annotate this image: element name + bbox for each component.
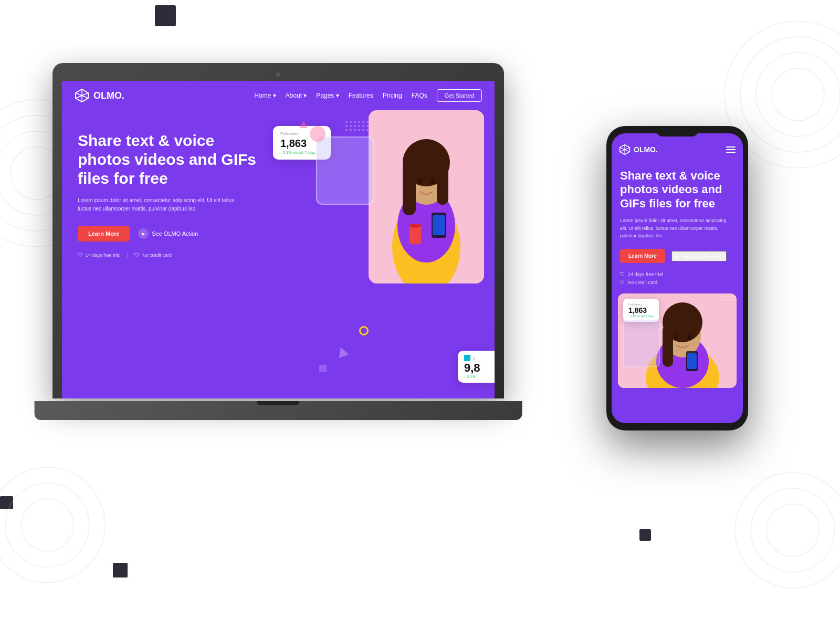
badge-free-trial: 🛡 14 days free trial [78, 252, 121, 258]
svg-point-5 [756, 52, 840, 136]
decor-rect-1 [155, 5, 176, 26]
svg-rect-44 [687, 353, 697, 369]
nav-link-pricing[interactable]: Pricing [383, 92, 402, 99]
phone-purple-overlay [623, 320, 660, 367]
phone-badge-credit: 🛡 No credit card [620, 280, 734, 285]
phone-hero-description: Lorem ipsum dolor sit amet, consectetur … [620, 217, 734, 239]
phone-device: OLMO. Share text & voice photos videos a… [606, 126, 748, 430]
svg-rect-29 [410, 226, 421, 244]
dots-pattern [345, 121, 369, 131]
phone-hero-badges: 🛡 14 days free trial 🛡 No credit card [620, 271, 734, 285]
hamburger-menu[interactable] [726, 146, 736, 153]
laptop-hero-image-area: Followers 1,863 ↑ 2.1% on last 7 days C … [278, 110, 495, 398]
nav-get-started-button[interactable]: Get Started [437, 89, 482, 102]
svg-rect-24 [437, 163, 448, 205]
decor-rect-4 [113, 563, 128, 578]
svg-point-6 [740, 37, 840, 152]
laptop-hero-description: Lorem ipsum dolor sit amet, consectetur … [78, 196, 246, 213]
phone-shield-icon-2: 🛡 [620, 280, 625, 285]
phone-hero-buttons: Learn More ▶ See OLMO Action [620, 249, 734, 263]
play-icon: ▶ [138, 228, 149, 239]
laptop-navbar: OLMO. Home ▾ About ▾ Pages ▾ Features Pr… [62, 81, 495, 110]
stats-change: ↑ 2.1% [464, 375, 494, 379]
nav-link-about[interactable]: About ▾ [286, 92, 307, 99]
phone-followers-card: Followers 1,863 ↑ 2.1% on last 7 days [623, 299, 659, 322]
decor-rect-2 [0, 496, 13, 509]
phone-dots [721, 296, 736, 300]
svg-point-41 [674, 334, 678, 340]
svg-point-13 [0, 467, 105, 583]
svg-point-10 [735, 472, 840, 588]
phone-hero-section: Share text & voice photos videos and GIF… [612, 161, 743, 293]
circles-bottom-left [0, 462, 110, 588]
svg-rect-23 [403, 163, 416, 215]
laptop-learn-more-button[interactable]: Learn More [78, 226, 130, 242]
phone-hero-title: Share text & voice photos videos and GIF… [620, 169, 734, 211]
phone-image-area: Followers 1,863 ↑ 2.1% on last 7 days [612, 293, 743, 388]
triangle-shape [336, 345, 349, 358]
laptop-hero-section: Share text & voice photos videos and GIF… [62, 110, 495, 398]
laptop-hero-buttons: Learn More ▶ See OLMO Action [78, 226, 258, 242]
girl-figure-svg [369, 110, 484, 284]
badge-no-credit: 🛡 No credit card [134, 252, 172, 258]
svg-rect-40 [663, 325, 673, 367]
svg-point-42 [687, 334, 691, 340]
nav-link-features[interactable]: Features [349, 92, 373, 99]
stats-card: C 9,8 ↑ 2.1% [458, 351, 495, 383]
laptop-hero-text: Share text & voice photos videos and GIF… [78, 131, 258, 258]
phone-notch [656, 126, 698, 136]
laptop-screen: OLMO. Home ▾ About ▾ Pages ▾ Features Pr… [62, 81, 495, 398]
circles-bottom-right [724, 462, 840, 598]
nav-link-faqs[interactable]: FAQs [412, 92, 427, 99]
svg-point-4 [772, 68, 824, 121]
square-shape [319, 365, 327, 372]
stats-icon [464, 355, 470, 361]
nav-link-pages[interactable]: Pages ▾ [316, 92, 339, 99]
phone-learn-more-button[interactable]: Learn More [620, 249, 665, 263]
circle-shape [359, 326, 369, 335]
logo-icon [75, 88, 89, 103]
laptop-hero-badges: 🛡 14 days free trial | 🛡 No credit card [78, 252, 258, 258]
svg-rect-28 [433, 215, 445, 235]
nav-link-home[interactable]: Home ▾ [254, 92, 276, 99]
laptop-nav-links: Home ▾ About ▾ Pages ▾ Features Pricing … [254, 89, 482, 102]
credit-icon: 🛡 [134, 252, 140, 258]
decor-rect-3 [639, 529, 651, 541]
hero-girl-photo [369, 110, 484, 284]
phone-followers-change: ↑ 2.1% on last 7 days [628, 314, 654, 318]
phone-logo-icon [619, 144, 631, 155]
svg-point-12 [5, 483, 89, 567]
svg-point-25 [417, 178, 423, 184]
laptop-logo-text: OLMO. [93, 90, 124, 101]
svg-point-9 [751, 488, 835, 572]
svg-point-11 [21, 499, 74, 551]
laptop-device: OLMO. Home ▾ About ▾ Pages ▾ Features Pr… [52, 63, 504, 420]
phone-followers-value: 1,863 [628, 306, 654, 314]
svg-point-8 [766, 504, 819, 556]
laptop-hero-title: Share text & voice photos videos and GIF… [78, 131, 258, 188]
laptop-action-button[interactable]: ▶ See OLMO Action [138, 228, 198, 239]
stats-value: 9,8 [464, 361, 494, 375]
phone-body: OLMO. Share text & voice photos videos a… [606, 126, 748, 430]
phone-shield-icon-1: 🛡 [620, 271, 625, 277]
phone-badge-trial: 🛡 14 days free trial [620, 271, 734, 277]
laptop-body: OLMO. Home ▾ About ▾ Pages ▾ Features Pr… [52, 63, 504, 398]
svg-point-26 [430, 178, 435, 184]
svg-point-30 [410, 224, 421, 228]
laptop-logo: OLMO. [75, 88, 124, 103]
phone-logo: OLMO. [619, 144, 658, 155]
phone-logo-text: OLMO. [634, 145, 658, 154]
laptop-base [35, 401, 522, 420]
phone-action-button[interactable]: ▶ See OLMO Action [671, 251, 727, 261]
phone-play-icon: ▶ [673, 252, 681, 260]
accent-triangle [299, 121, 308, 128]
purple-overlay-card [316, 136, 374, 205]
laptop-camera [276, 72, 280, 77]
laptop-hinge [257, 401, 299, 405]
phone-screen: OLMO. Share text & voice photos videos a… [612, 133, 743, 423]
phone-navbar: OLMO. [612, 133, 743, 161]
shield-icon: 🛡 [78, 252, 83, 258]
